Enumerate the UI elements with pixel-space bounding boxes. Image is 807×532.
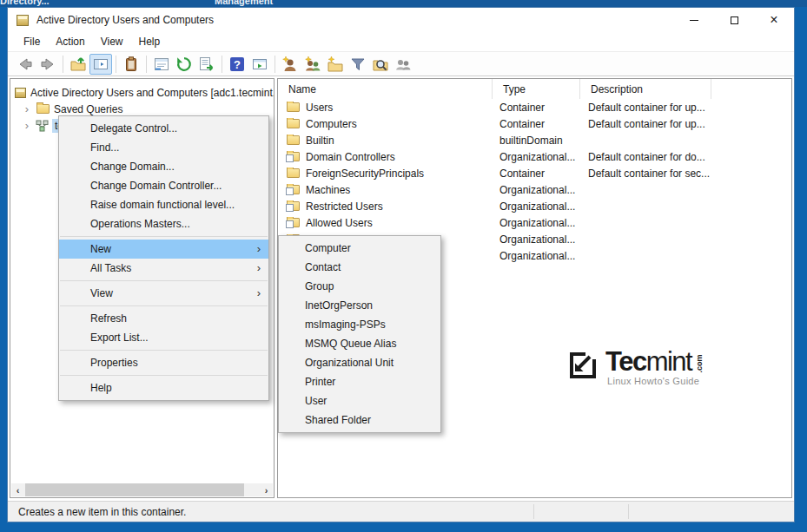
context-menu-item-refresh[interactable]: Refresh <box>59 309 268 328</box>
mmc-console-icon <box>17 15 29 26</box>
container-icon <box>287 102 300 112</box>
menu-item-label: View <box>90 287 113 299</box>
row-name: Builtin <box>306 135 334 147</box>
svg-text:?: ? <box>234 58 241 71</box>
submenu-item-organizational-unit[interactable]: Organizational Unit <box>279 353 440 372</box>
submenu-item-shared-folder[interactable]: Shared Folder <box>279 410 440 430</box>
find-button[interactable] <box>369 54 392 75</box>
scroll-right-arrow[interactable]: › <box>260 483 273 496</box>
organizational-unit-icon <box>287 152 300 161</box>
row-type: Container <box>493 167 580 180</box>
submenu-item-group[interactable]: Group <box>279 277 440 296</box>
submenu-item-inetorgperson[interactable]: InetOrgPerson <box>279 296 440 315</box>
container-icon <box>287 168 300 178</box>
list-row-restricted-users[interactable]: Restricted Users Organizational... <box>278 198 791 214</box>
window-title: Active Directory Users and Computers <box>36 14 214 26</box>
minimize-button[interactable] <box>674 8 714 32</box>
row-type: Organizational... <box>493 151 580 163</box>
maximize-button[interactable] <box>714 8 754 32</box>
list-properties-button[interactable] <box>150 54 173 75</box>
minimize-icon <box>690 20 698 21</box>
close-button[interactable]: × <box>754 8 794 32</box>
context-menu-item-properties[interactable]: Properties <box>59 353 268 372</box>
container-icon <box>287 119 300 128</box>
refresh-button[interactable] <box>173 54 195 75</box>
row-description: Default container for up... <box>580 118 711 130</box>
list-row-machines[interactable]: Machines Organizational... <box>278 181 791 198</box>
new-organizational-unit-button[interactable] <box>324 54 347 75</box>
context-menu-item-export-list[interactable]: Export List... <box>59 328 268 347</box>
row-type: Organizational... <box>493 184 580 196</box>
add-to-group-button[interactable] <box>392 54 414 75</box>
container-icon <box>287 135 300 145</box>
submenu-item-contact[interactable]: Contact <box>279 258 440 277</box>
tecmint-wordmark: Tecmint <box>605 347 691 377</box>
submenu-arrow-icon: › <box>257 259 261 278</box>
context-menu-item-help[interactable]: Help <box>59 378 268 397</box>
horizontal-scrollbar[interactable]: ‹ › <box>11 483 273 496</box>
menu-separator <box>60 280 268 281</box>
menu-view[interactable]: View <box>93 33 131 50</box>
context-menu: Delegate Control... Find... Change Domai… <box>58 115 269 401</box>
context-menu-item-operations-masters[interactable]: Operations Masters... <box>59 214 268 233</box>
submenu-item-msmq-queue-alias[interactable]: MSMQ Queue Alias <box>279 334 440 353</box>
show-console-tree-button[interactable] <box>89 54 112 75</box>
forward-button[interactable] <box>36 54 59 75</box>
menu-action[interactable]: Action <box>48 33 92 50</box>
menu-file[interactable]: File <box>16 33 48 50</box>
new-group-button[interactable] <box>301 54 324 75</box>
menubar: File Action View Help <box>8 32 794 51</box>
context-menu-item-new[interactable]: New› <box>59 240 268 259</box>
properties-clipboard-button[interactable] <box>120 54 142 75</box>
column-header-type[interactable]: Type <box>493 79 580 99</box>
close-icon: × <box>770 13 777 27</box>
list-row-computers[interactable]: Computers Container Default container fo… <box>278 115 791 132</box>
new-user-button[interactable] <box>279 54 301 75</box>
list-row-allowed-users[interactable]: Allowed Users Organizational... <box>278 214 791 231</box>
list-row-builtin[interactable]: Builtin builtinDomain <box>278 132 791 148</box>
submenu-item-msimaging-psps[interactable]: msImaging-PSPs <box>279 315 440 334</box>
chevron-right-icon[interactable]: › <box>22 103 32 115</box>
filter-button[interactable] <box>347 54 369 75</box>
new-window-icon <box>251 56 268 73</box>
submenu-item-printer[interactable]: Printer <box>279 372 440 391</box>
row-type: Container <box>493 118 580 130</box>
row-description: Default container for sec... <box>580 167 711 180</box>
list-row-foreignsecurityprincipals[interactable]: ForeignSecurityPrincipals Container Defa… <box>278 165 791 181</box>
context-menu-item-view[interactable]: View› <box>59 284 268 303</box>
export-list-button[interactable] <box>195 54 218 75</box>
scroll-left-arrow[interactable]: ‹ <box>11 483 24 496</box>
submenu-item-computer[interactable]: Computer <box>279 239 440 258</box>
back-icon <box>17 56 34 73</box>
show-console-tree-icon <box>92 56 109 73</box>
filter-icon <box>349 56 367 73</box>
new-submenu: Computer Contact Group InetOrgPerson msI… <box>278 235 441 433</box>
submenu-item-user[interactable]: User <box>279 391 440 410</box>
row-name: Allowed Users <box>306 217 373 229</box>
help-button[interactable]: ? <box>226 54 248 75</box>
tecmint-watermark: Tecmint .com Linux Howto's Guide <box>566 347 708 386</box>
column-header-description[interactable]: Description <box>580 79 711 99</box>
back-button[interactable] <box>14 54 36 75</box>
context-menu-item-raise-domain-functional-level[interactable]: Raise domain functional level... <box>59 195 268 214</box>
statusbar: Creates a new item in this container. <box>8 501 794 522</box>
context-menu-item-delegate-control[interactable]: Delegate Control... <box>59 119 268 138</box>
chevron-right-icon[interactable]: › <box>22 120 32 131</box>
tree-item-label: Saved Queries <box>54 103 122 115</box>
folder-icon <box>36 104 50 114</box>
context-menu-item-change-domain-controller[interactable]: Change Domain Controller... <box>59 176 268 195</box>
tree-item-root[interactable]: Active Directory Users and Computers [ad… <box>10 84 274 101</box>
scrollbar-thumb[interactable] <box>25 483 244 496</box>
up-one-level-button[interactable] <box>67 54 89 75</box>
list-row-users[interactable]: Users Container Default container for up… <box>278 99 791 115</box>
menu-help[interactable]: Help <box>131 33 169 50</box>
context-menu-item-all-tasks[interactable]: All Tasks› <box>59 259 268 278</box>
column-header-name[interactable]: Name <box>278 79 493 99</box>
row-name: Domain Controllers <box>306 151 395 163</box>
context-menu-item-find[interactable]: Find... <box>59 138 268 157</box>
context-menu-item-change-domain[interactable]: Change Domain... <box>59 157 268 176</box>
list-row-domain-controllers[interactable]: Domain Controllers Organizational... Def… <box>278 148 791 165</box>
background-window-title-right: Management <box>215 0 273 6</box>
toolbar-separator <box>275 56 275 73</box>
new-window-from-here-button[interactable] <box>248 54 271 75</box>
